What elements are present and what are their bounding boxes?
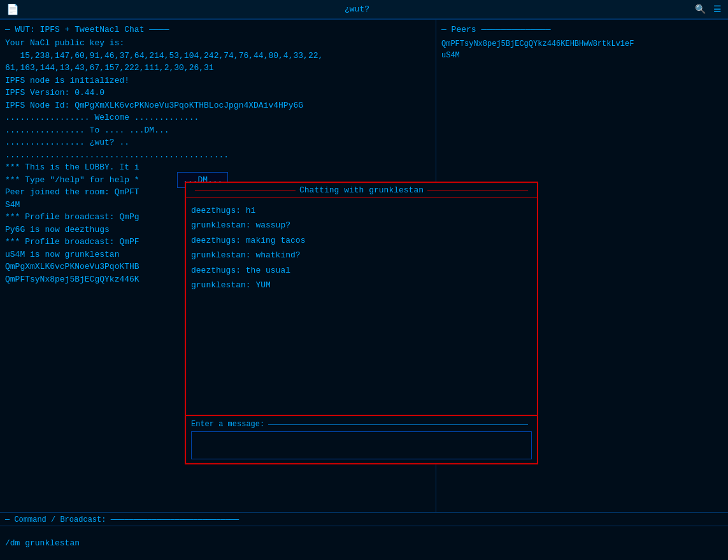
title-icons: 🔍 ☰ xyxy=(695,4,722,15)
titlebar: 📄 ¿wut? 🔍 ☰ xyxy=(0,0,728,19)
chat-line: ................ To .... ...DM... xyxy=(5,124,431,137)
chat-panel-label: — WUT: IPFS + TweetNacl Chat ———— xyxy=(5,25,431,34)
bottom-bar-label: — Command / Broadcast: —————————————————… xyxy=(0,513,728,526)
dm-modal-header: Chatting with grunklestan xyxy=(186,183,537,198)
chat-line: ........................................… xyxy=(5,149,431,162)
chat-line: 15,238,147,60,91,46,37,64,214,53,104,242… xyxy=(5,50,431,62)
chat-line: IPFS Version: 0.44.0 xyxy=(5,87,431,99)
app-title: ¿wut? xyxy=(19,4,695,14)
dm-message-line: deezthugs: making tacos xyxy=(191,233,532,248)
dm-input-area: Enter a message: xyxy=(186,415,537,463)
dm-message-line: grunklestan: whatkind? xyxy=(191,248,532,262)
dm-message-line: grunklestan: YUM xyxy=(191,278,532,292)
dm-messages: deezthugs: higrunklestan: wassup?deezthu… xyxy=(186,198,537,415)
menu-icon[interactable]: ☰ xyxy=(713,4,722,15)
command-input[interactable] xyxy=(0,526,728,560)
dm-header-title: Chatting with grunklestan xyxy=(299,185,424,195)
dm-message-line: grunklestan: wassup? xyxy=(191,218,532,233)
dm-input-label: Enter a message: xyxy=(191,420,532,429)
search-icon[interactable]: 🔍 xyxy=(695,4,706,15)
peers-label: — Peers —————————————— xyxy=(441,25,723,34)
top-area: — WUT: IPFS + TweetNacl Chat ———— Your N… xyxy=(0,19,728,512)
peer-entry: QmPFTsyNx8pej5BjECgQYkz446KEHBHwW8rtkLv1… xyxy=(441,38,723,61)
chat-line: IPFS node is initialized! xyxy=(5,75,431,87)
chat-line: Your NaCl public key is: xyxy=(5,37,431,50)
bottom-bar: — Command / Broadcast: —————————————————… xyxy=(0,512,728,560)
chat-line: ................ ¿wut? .. xyxy=(5,136,431,149)
chat-line: ................. Welcome ............. xyxy=(5,111,431,124)
main-layout: — WUT: IPFS + TweetNacl Chat ———— Your N… xyxy=(0,19,728,560)
dm-message-line: deezthugs: the usual xyxy=(191,263,532,278)
app-icon: 📄 xyxy=(6,3,19,16)
dm-modal: Chatting with grunklestan deezthugs: hig… xyxy=(185,182,538,464)
dm-message-line: deezthugs: hi xyxy=(191,203,532,218)
dm-message-input[interactable] xyxy=(191,431,532,459)
chat-line: IPFS Node Id: QmPgXmXLK6vcPKNoeVu3PqoKTH… xyxy=(5,99,431,112)
peers-list: QmPFTsyNx8pej5BjECgQYkz446KEHBHwW8rtkLv1… xyxy=(441,38,723,61)
chat-line: 61,163,144,13,43,67,157,222,111,2,30,26,… xyxy=(5,62,431,75)
